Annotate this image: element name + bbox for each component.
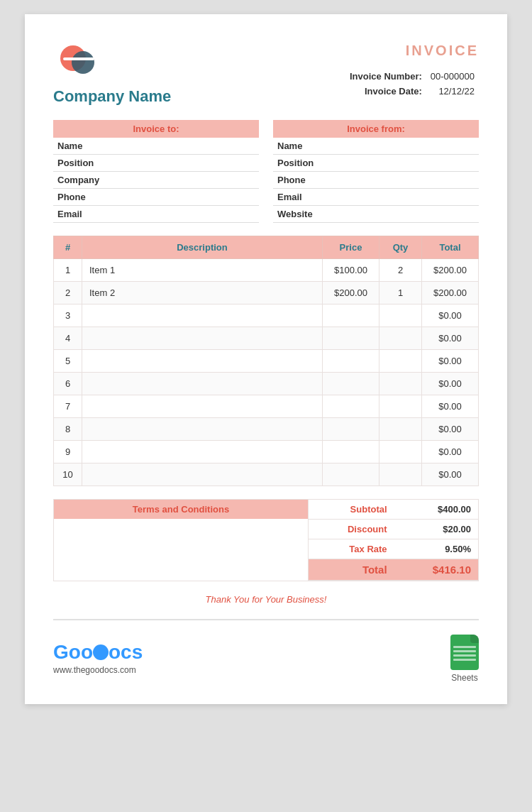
- billing-from-website: Website: [273, 206, 479, 223]
- invoice-date-label: Invoice Date:: [345, 84, 426, 99]
- goodocs-brand-text: Gooocs: [53, 642, 143, 662]
- billing-to-company: Company: [53, 172, 259, 189]
- row-total: $0.00: [422, 373, 479, 395]
- row-qty: [379, 463, 422, 486]
- row-qty: [379, 395, 422, 418]
- row-total: $0.00: [422, 304, 479, 327]
- thank-you-message: Thank You for Your Business!: [53, 594, 479, 605]
- row-num: 3: [54, 304, 82, 327]
- row-qty: [379, 327, 422, 350]
- terms-content: [54, 519, 308, 576]
- table-row: 9 $0.00: [54, 441, 479, 463]
- billing-from-name: Name: [273, 138, 479, 155]
- billing-to-name: Name: [53, 138, 259, 155]
- row-price: [323, 304, 379, 327]
- row-desc: Item 2: [82, 282, 323, 304]
- table-row: 8 $0.00: [54, 418, 479, 441]
- goodocs-logo: Gooocs www.thegoodocs.com: [53, 642, 143, 675]
- d-circle-icon: [93, 644, 109, 660]
- ocs-text: ocs: [109, 641, 143, 663]
- svg-rect-2: [63, 57, 94, 60]
- invoice-from-header: Invoice from:: [273, 120, 479, 138]
- billing-to-email: Email: [53, 206, 259, 223]
- billing-from-email: Email: [273, 189, 479, 206]
- total-value: $416.10: [394, 559, 478, 581]
- col-header-total: Total: [422, 236, 479, 259]
- company-logo: [53, 43, 103, 82]
- row-desc: [82, 304, 323, 327]
- col-header-desc: Description: [82, 236, 323, 259]
- sheets-icon-graphic: [450, 635, 479, 670]
- billing-from-phone: Phone: [273, 172, 479, 189]
- tax-row: Tax Rate 9.50%: [309, 539, 478, 559]
- billing-from-position: Position: [273, 155, 479, 172]
- invoice-meta: Invoice Number: 00-000000 Invoice Date: …: [345, 69, 479, 99]
- col-header-price: Price: [323, 236, 379, 259]
- table-row: 2 Item 2 $200.00 1 $200.00: [54, 282, 479, 304]
- row-qty: [379, 418, 422, 441]
- row-price: [323, 395, 379, 418]
- terms-block: Terms and Conditions: [53, 499, 309, 581]
- footer-section: Terms and Conditions Subtotal $400.00 Di…: [53, 499, 479, 581]
- table-row: 3 $0.00: [54, 304, 479, 327]
- items-table: # Description Price Qty Total 1 Item 1 $…: [53, 236, 479, 486]
- tax-value: 9.50%: [394, 539, 478, 559]
- row-qty: [379, 373, 422, 395]
- invoice-from-block: Invoice from: Name Position Phone Email: [273, 120, 479, 223]
- table-row: 10 $0.00: [54, 463, 479, 486]
- row-price: [323, 327, 379, 350]
- row-qty: [379, 304, 422, 327]
- totals-block: Subtotal $400.00 Discount $20.00 Tax Rat…: [309, 499, 479, 581]
- table-row: 7 $0.00: [54, 395, 479, 418]
- sheets-label: Sheets: [451, 673, 477, 683]
- subtotal-row: Subtotal $400.00: [309, 500, 478, 520]
- row-desc: [82, 350, 323, 373]
- row-total: $0.00: [422, 350, 479, 373]
- total-row: Total $416.10: [309, 559, 478, 581]
- col-header-num: #: [54, 236, 82, 259]
- invoice-title: INVOICE: [345, 43, 479, 59]
- sheets-icon-area: Sheets: [450, 635, 479, 683]
- row-total: $200.00: [422, 282, 479, 304]
- subtotal-value: $400.00: [394, 500, 478, 520]
- row-num: 4: [54, 327, 82, 350]
- subtotal-label: Subtotal: [309, 500, 394, 520]
- tax-label: Tax Rate: [309, 539, 394, 559]
- table-row: 1 Item 1 $100.00 2 $200.00: [54, 259, 479, 282]
- row-desc: [82, 463, 323, 486]
- row-num: 5: [54, 350, 82, 373]
- table-row: 4 $0.00: [54, 327, 479, 350]
- row-desc: [82, 441, 323, 463]
- discount-label: Discount: [309, 520, 394, 539]
- goo-text: Goo: [53, 641, 93, 663]
- total-label: Total: [309, 559, 394, 581]
- row-num: 10: [54, 463, 82, 486]
- invoice-title-area: INVOICE Invoice Number: 00-000000 Invoic…: [345, 43, 479, 99]
- row-desc: Item 1: [82, 259, 323, 282]
- row-total: $0.00: [422, 395, 479, 418]
- row-num: 8: [54, 418, 82, 441]
- svg-point-1: [72, 51, 94, 74]
- invoice-header: Company Name INVOICE Invoice Number: 00-…: [53, 43, 479, 106]
- col-header-qty: Qty: [379, 236, 422, 259]
- row-price: [323, 463, 379, 486]
- terms-header: Terms and Conditions: [54, 500, 308, 519]
- row-price: $100.00: [323, 259, 379, 282]
- row-total: $0.00: [422, 441, 479, 463]
- row-num: 2: [54, 282, 82, 304]
- billing-to-phone: Phone: [53, 189, 259, 206]
- discount-value: $20.00: [394, 520, 478, 539]
- row-price: [323, 350, 379, 373]
- billing-section: Invoice to: Name Position Company Phone: [53, 120, 479, 223]
- invoice-to-header: Invoice to:: [53, 120, 259, 138]
- row-num: 1: [54, 259, 82, 282]
- row-total: $200.00: [422, 259, 479, 282]
- row-total: $0.00: [422, 463, 479, 486]
- row-desc: [82, 327, 323, 350]
- row-qty: 2: [379, 259, 422, 282]
- row-price: [323, 441, 379, 463]
- row-desc: [82, 418, 323, 441]
- discount-row: Discount $20.00: [309, 520, 478, 539]
- invoice-date-value: 12/12/22: [426, 84, 479, 99]
- row-price: [323, 418, 379, 441]
